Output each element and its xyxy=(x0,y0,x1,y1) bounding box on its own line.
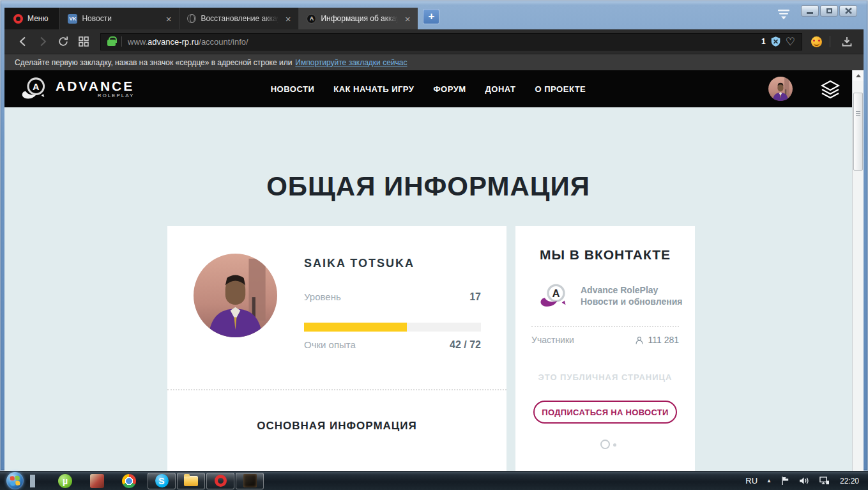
opera-logo-icon xyxy=(13,14,23,24)
nav-forum[interactable]: ФОРУМ xyxy=(433,84,466,94)
taskbar-grip xyxy=(30,475,35,487)
download-icon[interactable] xyxy=(838,33,856,50)
skype-taskbar-button[interactable]: S xyxy=(148,473,176,489)
bookmark-heart-icon[interactable]: ♡ xyxy=(786,36,795,47)
page-title: ОБЩАЯ ИНФОРМАЦИЯ xyxy=(4,171,852,202)
chrome-icon[interactable] xyxy=(122,474,136,488)
close-icon[interactable]: × xyxy=(164,13,174,25)
close-window-button[interactable] xyxy=(839,5,857,17)
opera-menu-label: Меню xyxy=(27,14,48,23)
address-toolbar: www.advance-rp.ru/account/info/ 1 ♡ xyxy=(4,29,864,54)
network-icon[interactable] xyxy=(819,476,830,486)
reload-button[interactable] xyxy=(54,33,72,50)
notification-text: Сделайте первую закладку, нажав на значо… xyxy=(15,58,292,67)
xp-label: Очки опыта xyxy=(304,339,356,350)
level-value: 17 xyxy=(469,291,481,303)
dotted-divider xyxy=(531,326,679,327)
search-icon xyxy=(600,440,610,449)
user-avatar[interactable] xyxy=(768,77,793,101)
tab-news[interactable]: VK Новости × xyxy=(59,8,179,29)
stash-emoji-icon[interactable] xyxy=(811,36,822,47)
secure-lock-icon xyxy=(107,40,116,46)
xp-value: 42 / 72 xyxy=(450,339,481,351)
tab-account-info-active[interactable]: A Информация об аккаунте × xyxy=(298,8,418,29)
vk-group-logo-icon: A xyxy=(538,280,570,312)
system-tray: RU ▲ 22:20 xyxy=(745,476,864,486)
taskbar: µ S RU ▲ 22:20 xyxy=(0,471,868,490)
language-indicator[interactable]: RU xyxy=(745,476,758,486)
vk-group-desc: Новости и обновления xyxy=(581,296,682,307)
maximize-button[interactable] xyxy=(820,5,838,17)
bookmark-notification-bar: Сделайте первую закладку, нажав на значо… xyxy=(4,54,864,70)
tab-title: Восстановление аккаунто xyxy=(201,14,278,23)
tab-bar: Меню VK Новости × Восстановление аккаунт… xyxy=(4,8,864,29)
advance-favicon-icon: A xyxy=(307,14,316,24)
person-icon xyxy=(635,335,644,345)
action-center-flag-icon[interactable] xyxy=(780,476,790,486)
shield-blocker-icon[interactable] xyxy=(770,36,781,47)
members-value: 111 281 xyxy=(648,335,679,345)
nav-donate[interactable]: ДОНАТ xyxy=(485,84,516,94)
forward-button[interactable] xyxy=(34,33,52,50)
start-button[interactable] xyxy=(6,472,24,489)
section-title: ОСНОВНАЯ ИНФОРМАЦИЯ xyxy=(167,420,506,433)
url-text: www.advance-rp.ru/account/info/ xyxy=(128,37,248,47)
xp-progress-fill xyxy=(304,323,407,332)
nav-news[interactable]: НОВОСТИ xyxy=(271,84,315,94)
vk-group-name: Advance RolePlay xyxy=(581,284,682,296)
game-taskbar-button[interactable] xyxy=(236,473,264,489)
clock[interactable]: 22:20 xyxy=(840,477,859,486)
windows-logo-icon xyxy=(10,475,20,486)
nav-how-to-start[interactable]: КАК НАЧАТЬ ИГРУ xyxy=(333,84,414,94)
profile-avatar xyxy=(194,254,277,337)
back-button[interactable] xyxy=(13,33,31,50)
tab-title: Информация об аккаунте xyxy=(321,14,397,23)
opera-taskbar-button[interactable] xyxy=(206,473,234,489)
nav-about[interactable]: О ПРОЕКТЕ xyxy=(535,84,586,94)
scroll-up-button[interactable] xyxy=(853,70,864,81)
profile-card: SAIKA TOTSUKA Уровень 17 xyxy=(167,226,506,487)
speed-dial-icon[interactable] xyxy=(75,33,93,50)
close-icon[interactable]: × xyxy=(402,13,413,25)
window-controls xyxy=(801,5,857,17)
globe-favicon-icon xyxy=(187,14,196,23)
tab-title: Новости xyxy=(82,14,158,23)
page-body: ОБЩАЯ ИНФОРМАЦИЯ xyxy=(4,107,852,487)
minimize-button[interactable] xyxy=(801,5,819,17)
character-name: SAIKA TOTSUKA xyxy=(304,257,481,270)
tab-menu-icon[interactable] xyxy=(775,8,792,20)
public-page-label: ЭТО ПУБЛИЧНАЯ СТРАНИЦА xyxy=(515,372,695,382)
xp-progress-bar xyxy=(304,323,481,332)
vk-favicon-icon: VK xyxy=(68,14,77,24)
browser-window: Меню VK Новости × Восстановление аккаунт… xyxy=(0,0,868,471)
page-scrollbar[interactable] xyxy=(852,70,864,487)
vk-widget-title: МЫ В ВКОНТАКТЕ xyxy=(515,247,695,263)
new-tab-button[interactable]: + xyxy=(423,9,439,24)
members-label: Участники xyxy=(531,335,574,345)
opera-menu-button[interactable]: Меню xyxy=(4,8,59,29)
vk-widget-card: МЫ В ВКОНТАКТЕ A Advance RolePlay xyxy=(515,226,695,487)
utorrent-icon[interactable]: µ xyxy=(58,474,72,488)
close-icon[interactable]: × xyxy=(283,13,294,25)
level-label: Уровень xyxy=(304,291,341,302)
site-header: A ADVANCE ROLEPLAY НОВОСТИ КАК НАЧАТЬ ИГ… xyxy=(4,70,852,107)
game-shortcut-icon[interactable] xyxy=(90,474,104,488)
blocker-count: 1 xyxy=(761,37,766,46)
scrollbar-thumb[interactable] xyxy=(853,93,863,171)
explorer-taskbar-button[interactable] xyxy=(177,473,205,489)
tab-account-recovery[interactable]: Восстановление аккаунто × xyxy=(179,8,298,29)
subscribe-news-button[interactable]: ПОДПИСАТЬСЯ НА НОВОСТИ xyxy=(533,401,677,424)
volume-icon[interactable] xyxy=(799,476,810,486)
tray-expand-icon[interactable]: ▲ xyxy=(766,478,772,484)
svg-text:A: A xyxy=(552,287,560,300)
layers-menu-icon[interactable] xyxy=(820,80,841,99)
scrollbar-track[interactable] xyxy=(853,81,864,477)
main-nav: НОВОСТИ КАК НАЧАТЬ ИГРУ ФОРУМ ДОНАТ О ПР… xyxy=(4,84,852,94)
vk-group-row[interactable]: A Advance RolePlay Новости и обновления xyxy=(538,280,695,312)
address-bar[interactable]: www.advance-rp.ru/account/info/ 1 ♡ xyxy=(100,33,802,50)
import-bookmarks-link[interactable]: Импортируйте закладки сейчас xyxy=(295,58,407,67)
